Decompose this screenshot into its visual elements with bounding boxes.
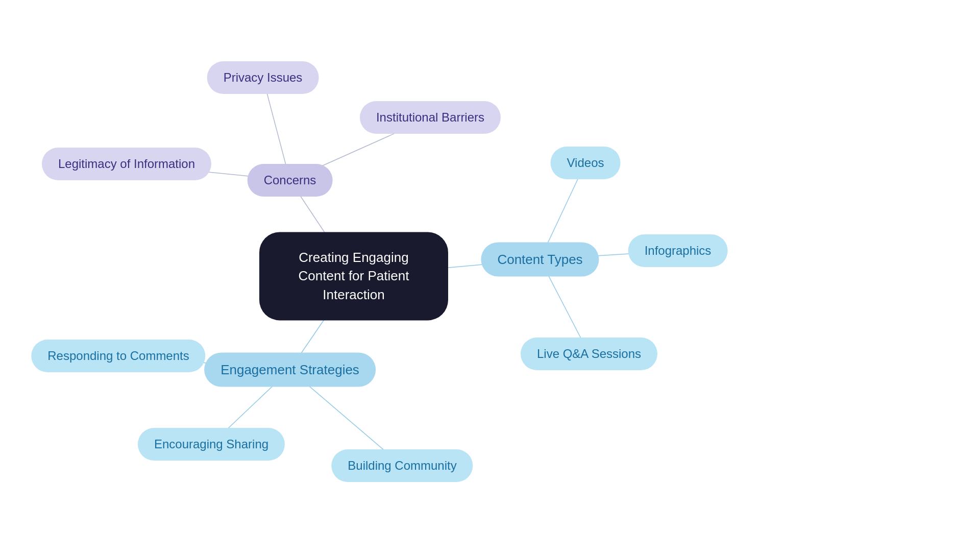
privacy-issues-node[interactable]: Privacy Issues [207,61,319,94]
institutional-barriers-node[interactable]: Institutional Barriers [360,101,501,134]
live-qa-node[interactable]: Live Q&A Sessions [521,338,657,370]
encouraging-node[interactable]: Encouraging Sharing [138,428,285,461]
content-types-node[interactable]: Content Types [481,243,599,277]
engagement-node[interactable]: Engagement Strategies [204,353,376,387]
responding-node[interactable]: Responding to Comments [31,340,205,372]
concerns-node[interactable]: Concerns [248,164,333,197]
connections-svg [0,0,980,553]
infographics-node[interactable]: Infographics [628,234,728,267]
center-node[interactable]: Creating Engaging Content for Patient In… [259,232,448,320]
mindmap-canvas: Creating Engaging Content for Patient In… [0,0,980,553]
videos-node[interactable]: Videos [551,147,621,179]
legitimacy-node[interactable]: Legitimacy of Information [42,148,211,180]
building-node[interactable]: Building Community [331,449,473,482]
